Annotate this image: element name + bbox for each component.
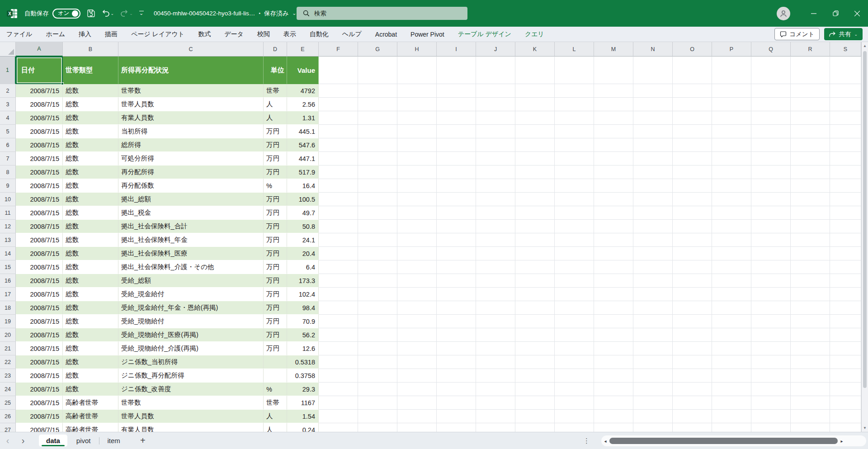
cell-date[interactable]: 2008/7/15 bbox=[16, 396, 63, 410]
empty-cell[interactable] bbox=[712, 111, 751, 125]
cell-date[interactable]: 2008/7/15 bbox=[16, 84, 63, 98]
empty-cell[interactable] bbox=[673, 165, 712, 179]
empty-cell[interactable] bbox=[673, 193, 712, 206]
empty-cell[interactable] bbox=[515, 383, 555, 396]
empty-cell[interactable] bbox=[437, 98, 476, 111]
empty-cell[interactable] bbox=[673, 125, 712, 138]
add-sheet-button[interactable]: + bbox=[140, 435, 146, 446]
empty-cell[interactable] bbox=[633, 84, 673, 98]
cell-household-type[interactable]: 総数 bbox=[63, 288, 118, 301]
empty-cell[interactable] bbox=[358, 355, 397, 369]
cell-household-type[interactable]: 総数 bbox=[63, 125, 118, 138]
empty-cell[interactable] bbox=[319, 301, 358, 315]
empty-cell[interactable] bbox=[555, 98, 594, 111]
empty-cell[interactable] bbox=[633, 165, 673, 179]
empty-cell[interactable] bbox=[633, 355, 673, 369]
empty-cell[interactable] bbox=[751, 138, 791, 152]
cell-unit[interactable] bbox=[264, 369, 287, 383]
empty-cell[interactable] bbox=[633, 247, 673, 260]
cell-date[interactable]: 2008/7/15 bbox=[16, 423, 63, 432]
empty-cell[interactable] bbox=[633, 220, 673, 233]
cell-item[interactable]: 総所得 bbox=[118, 138, 264, 152]
empty-cell[interactable] bbox=[594, 193, 633, 206]
cell-date[interactable]: 2008/7/15 bbox=[16, 206, 63, 220]
empty-cell[interactable] bbox=[476, 206, 515, 220]
empty-cell[interactable] bbox=[397, 220, 437, 233]
cell-unit[interactable]: 万円 bbox=[264, 206, 287, 220]
empty-cell[interactable] bbox=[594, 179, 633, 193]
restore-window-button[interactable] bbox=[825, 0, 846, 27]
empty-cell[interactable] bbox=[476, 125, 515, 138]
empty-cell[interactable] bbox=[476, 383, 515, 396]
cell-item[interactable]: 拠出_社会保険料_医療 bbox=[118, 247, 264, 260]
cell-item[interactable]: ジニ係数_当初所得 bbox=[118, 355, 264, 369]
sheet-tab-pivot[interactable]: pivot bbox=[68, 434, 99, 448]
row-number[interactable]: 17 bbox=[0, 288, 16, 301]
row-number[interactable]: 13 bbox=[0, 233, 16, 247]
empty-cell[interactable] bbox=[830, 152, 861, 165]
empty-cell[interactable] bbox=[319, 315, 358, 328]
empty-cell[interactable] bbox=[673, 220, 712, 233]
cell-unit[interactable]: 万円 bbox=[264, 328, 287, 342]
empty-cell[interactable] bbox=[515, 288, 555, 301]
row-number[interactable]: 4 bbox=[0, 111, 16, 125]
search-box[interactable]: 検索 bbox=[297, 7, 467, 20]
cell-item[interactable]: 当初所得 bbox=[118, 125, 264, 138]
cell-date[interactable]: 2008/7/15 bbox=[16, 152, 63, 165]
cell-household-type[interactable]: 総数 bbox=[63, 301, 118, 315]
cell-date[interactable]: 2008/7/15 bbox=[16, 355, 63, 369]
empty-cell[interactable] bbox=[673, 355, 712, 369]
row-number[interactable]: 3 bbox=[0, 98, 16, 111]
empty-cell[interactable] bbox=[712, 342, 751, 355]
empty-cell[interactable] bbox=[751, 247, 791, 260]
empty-cell[interactable] bbox=[594, 288, 633, 301]
empty-cell[interactable] bbox=[319, 57, 358, 84]
empty-cell[interactable] bbox=[751, 179, 791, 193]
empty-cell[interactable] bbox=[437, 260, 476, 274]
cell-item[interactable]: 受給_現物給付 bbox=[118, 315, 264, 328]
empty-cell[interactable] bbox=[319, 98, 358, 111]
cell-unit[interactable]: % bbox=[264, 179, 287, 193]
empty-cell[interactable] bbox=[515, 423, 555, 432]
cell-value[interactable]: 173.3 bbox=[287, 274, 319, 288]
row-number[interactable]: 27 bbox=[0, 423, 16, 432]
empty-cell[interactable] bbox=[555, 301, 594, 315]
empty-cell[interactable] bbox=[397, 125, 437, 138]
cell-value[interactable]: 29.3 bbox=[287, 383, 319, 396]
table-header-value[interactable]: Value bbox=[287, 57, 319, 84]
empty-cell[interactable] bbox=[515, 355, 555, 369]
empty-cell[interactable] bbox=[791, 410, 830, 423]
empty-cell[interactable] bbox=[712, 369, 751, 383]
empty-cell[interactable] bbox=[712, 410, 751, 423]
empty-cell[interactable] bbox=[358, 315, 397, 328]
share-dropdown-icon[interactable]: ⌄ bbox=[854, 32, 858, 37]
empty-cell[interactable] bbox=[476, 342, 515, 355]
empty-cell[interactable] bbox=[397, 233, 437, 247]
empty-cell[interactable] bbox=[712, 233, 751, 247]
empty-cell[interactable] bbox=[555, 328, 594, 342]
cell-value[interactable]: 6.4 bbox=[287, 260, 319, 274]
empty-cell[interactable] bbox=[594, 98, 633, 111]
cell-household-type[interactable]: 総数 bbox=[63, 355, 118, 369]
save-icon[interactable] bbox=[87, 9, 95, 18]
cell-unit[interactable] bbox=[264, 355, 287, 369]
empty-cell[interactable] bbox=[397, 423, 437, 432]
empty-cell[interactable] bbox=[397, 369, 437, 383]
row-number[interactable]: 23 bbox=[0, 369, 16, 383]
empty-cell[interactable] bbox=[830, 383, 861, 396]
empty-cell[interactable] bbox=[594, 396, 633, 410]
empty-cell[interactable] bbox=[397, 396, 437, 410]
empty-cell[interactable] bbox=[515, 233, 555, 247]
title-dropdown-icon[interactable]: ⌄ bbox=[292, 10, 296, 16]
empty-cell[interactable] bbox=[633, 193, 673, 206]
empty-cell[interactable] bbox=[437, 84, 476, 98]
empty-cell[interactable] bbox=[791, 193, 830, 206]
cell-household-type[interactable]: 総数 bbox=[63, 233, 118, 247]
cell-unit[interactable]: 人 bbox=[264, 98, 287, 111]
empty-cell[interactable] bbox=[751, 193, 791, 206]
ribbon-tab-14[interactable]: クエリ bbox=[525, 30, 544, 38]
empty-cell[interactable] bbox=[397, 328, 437, 342]
empty-cell[interactable] bbox=[476, 84, 515, 98]
ribbon-tab-12[interactable]: Power Pivot bbox=[410, 31, 444, 38]
empty-cell[interactable] bbox=[358, 233, 397, 247]
